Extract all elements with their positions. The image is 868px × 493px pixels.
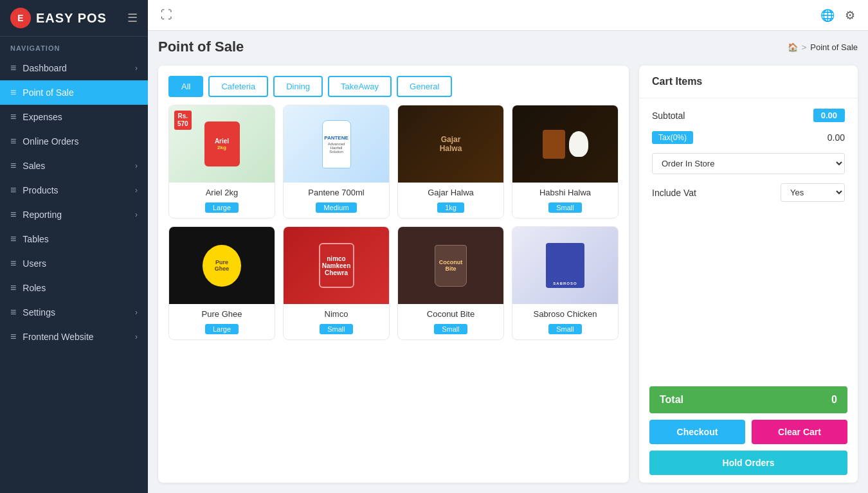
category-tab-cafeteria[interactable]: Cafeteria [208, 76, 268, 97]
products-panel: AllCafeteriaDiningTakeAwayGeneral Ariel … [158, 66, 629, 483]
sidebar-item-settings[interactable]: ≡ Settings › [0, 300, 148, 325]
clear-cart-button[interactable]: Clear Cart [752, 420, 847, 444]
tax-label: Tax(0%) [652, 131, 693, 144]
nav-dots-icon: ≡ [10, 87, 16, 98]
sidebar-item-label: Point of Sale [23, 87, 73, 98]
category-tab-all[interactable]: All [168, 76, 203, 97]
sidebar-item-sales[interactable]: ≡ Sales › [0, 154, 148, 178]
product-info-coconut: Coconut BiteSmall [398, 304, 503, 339]
sidebar-item-online-orders[interactable]: ≡ Online Orders [0, 129, 148, 154]
logo-text: EASY POS [36, 11, 107, 26]
product-card-ariel[interactable]: Ariel 2kg Rs. 570Ariel 2kgLarge [168, 105, 275, 219]
main-area: ⛶ 🌐 ⚙ Point of Sale 🏠 > Point of Sale Al… [148, 0, 868, 493]
total-bar: Total 0 [649, 386, 847, 413]
chevron-right-icon: › [135, 186, 138, 195]
nav-dots-icon: ≡ [10, 209, 16, 220]
nav-dots-icon: ≡ [10, 282, 16, 294]
chevron-right-icon: › [135, 161, 138, 170]
content-area: AllCafeteriaDiningTakeAwayGeneral Ariel … [148, 55, 868, 493]
nav-dots-icon: ≡ [10, 160, 16, 172]
product-size-nimco: Small [320, 324, 353, 334]
product-info-ariel: Ariel 2kgLarge [169, 183, 275, 218]
breadcrumb-sep: > [802, 42, 807, 52]
order-type-row: Order In Store Takeaway Delivery [652, 153, 845, 174]
product-info-pantene: Pantene 700mlMedium [284, 183, 389, 218]
globe-icon[interactable]: 🌐 [820, 8, 835, 22]
product-image-pantene: PANTENE Advanced Hairfall Solution [284, 105, 389, 183]
sidebar-item-label: Users [23, 258, 46, 269]
sidebar-item-point-of-sale[interactable]: ≡ Point of Sale [0, 80, 148, 105]
breadcrumb: 🏠 > Point of Sale [788, 42, 858, 52]
cart-footer: Total 0 Checkout Clear Cart Hold Orders [639, 379, 858, 483]
product-size-habshi: Small [548, 202, 582, 213]
product-name-gajar: Gajar Halwa [404, 188, 497, 197]
tax-value: 0.00 [827, 132, 845, 143]
product-card-ghee[interactable]: PureGheePure GheeLarge [168, 226, 275, 340]
product-size-ariel: Large [205, 202, 239, 213]
product-card-nimco[interactable]: nimcoNamkeenChewraNimcoSmall [283, 226, 390, 340]
category-tab-dining[interactable]: Dining [273, 76, 323, 97]
cart-header: Cart Items [639, 66, 858, 98]
product-image-ghee: PureGhee [169, 227, 275, 304]
logo-icon: E [10, 8, 31, 28]
nav-dots-icon: ≡ [10, 111, 16, 123]
product-card-coconut[interactable]: CoconutBiteCoconut BiteSmall [397, 226, 504, 340]
hold-orders-button[interactable]: Hold Orders [649, 451, 847, 475]
sidebar-item-users[interactable]: ≡ Users [0, 251, 148, 276]
tax-row: Tax(0%) 0.00 [652, 131, 845, 144]
category-tab-takeaway[interactable]: TakeAway [328, 76, 392, 97]
products-grid: Ariel 2kg Rs. 570Ariel 2kgLarge PANTENE … [168, 105, 619, 340]
product-image-gajar: GajarHalwa [398, 105, 503, 183]
product-size-pantene: Medium [316, 202, 356, 213]
cart-body: Subtotal 0.00 Tax(0%) 0.00 Order In Stor… [639, 98, 858, 379]
product-name-ghee: Pure Ghee [176, 309, 268, 319]
nav-dots-icon: ≡ [10, 307, 16, 318]
settings-icon[interactable]: ⚙ [845, 8, 855, 22]
product-info-sabroso: Sabroso ChickenSmall [512, 304, 618, 339]
product-size-ghee: Large [205, 324, 239, 334]
cart-panel: Cart Items Subtotal 0.00 Tax(0%) 0.00 Or… [639, 66, 858, 483]
product-card-sabroso[interactable]: SABROSO Sabroso ChickenSmall [512, 226, 619, 340]
sidebar-item-label: Frontend Website [23, 332, 93, 342]
nav-dots-icon: ≡ [10, 62, 16, 74]
sidebar-item-label: Tables [23, 234, 48, 244]
page-header: Point of Sale 🏠 > Point of Sale [148, 31, 868, 55]
action-row: Checkout Clear Cart [649, 420, 847, 444]
expand-icon[interactable]: ⛶ [161, 8, 172, 22]
product-image-ariel: Ariel 2kg Rs. 570 [169, 105, 275, 183]
nav-label: NAVIGATION [0, 37, 148, 56]
product-name-coconut: Coconut Bite [404, 309, 497, 319]
product-image-sabroso: SABROSO [512, 227, 618, 304]
sidebar-item-roles[interactable]: ≡ Roles [0, 276, 148, 300]
product-card-gajar[interactable]: GajarHalwaGajar Halwa1kg [397, 105, 504, 219]
sidebar-item-dashboard[interactable]: ≡ Dashboard › [0, 56, 148, 80]
hamburger-icon[interactable]: ☰ [127, 11, 138, 25]
product-card-pantene[interactable]: PANTENE Advanced Hairfall Solution Pante… [283, 105, 390, 219]
sidebar-item-products[interactable]: ≡ Products › [0, 178, 148, 202]
product-image-nimco: nimcoNamkeenChewra [284, 227, 389, 304]
product-info-gajar: Gajar Halwa1kg [398, 183, 503, 218]
product-card-habshi[interactable]: Habshi HalwaSmall [512, 105, 619, 219]
vat-select[interactable]: Yes No [781, 183, 845, 202]
sidebar-item-reporting[interactable]: ≡ Reporting › [0, 202, 148, 227]
sidebar-item-frontend-website[interactable]: ≡ Frontend Website › [0, 325, 148, 349]
subtotal-value: 0.00 [813, 109, 845, 122]
product-image-habshi [512, 105, 618, 183]
home-icon[interactable]: 🏠 [788, 42, 798, 52]
nav-dots-icon: ≡ [10, 331, 16, 343]
subtotal-label: Subtotal [652, 111, 685, 121]
product-name-sabroso: Sabroso Chicken [519, 309, 611, 319]
nav-dots-icon: ≡ [10, 136, 16, 147]
sidebar-item-label: Dashboard [23, 63, 67, 73]
order-type-select[interactable]: Order In Store Takeaway Delivery [652, 153, 845, 174]
chevron-right-icon: › [135, 308, 138, 317]
sidebar-item-expenses[interactable]: ≡ Expenses [0, 105, 148, 129]
category-tab-general[interactable]: General [397, 76, 452, 97]
product-info-habshi: Habshi HalwaSmall [512, 183, 618, 218]
chevron-right-icon: › [135, 210, 138, 219]
chevron-right-icon: › [135, 64, 138, 73]
vat-label: Include Vat [652, 188, 696, 198]
checkout-button[interactable]: Checkout [649, 420, 745, 444]
price-badge-ariel: Rs. 570 [174, 111, 192, 130]
sidebar-item-tables[interactable]: ≡ Tables [0, 227, 148, 251]
